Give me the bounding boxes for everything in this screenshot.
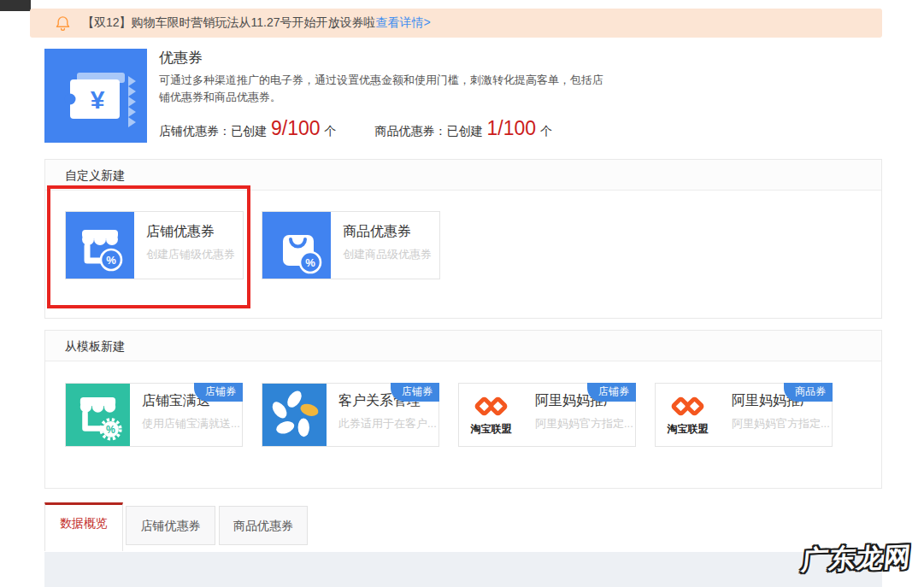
taobao-alliance-logo: 淘宝联盟 (656, 384, 720, 446)
template-create-section: 从模板新建 % 店铺宝满送 使用店铺宝满就送... 店铺券 (44, 330, 882, 489)
template-card-crm[interactable]: 客户关系管理 此券适用于在客户... 店铺券 (262, 383, 439, 447)
storefront-percent-icon: % (66, 212, 134, 279)
watermark: 广东龙网 (800, 539, 914, 578)
tab-content-panel (44, 552, 882, 587)
logo-label: 淘宝联盟 (668, 422, 709, 437)
stat-value: 9/100 (271, 117, 321, 140)
create-item-coupon-card[interactable]: % 商品优惠券 创建商品级优惠券 (262, 211, 440, 279)
svg-text:%: % (106, 424, 115, 436)
coupon-stats: 店铺优惠券：已创建 9/100 个 商品优惠券：已创建 1/100 个 (159, 117, 552, 140)
card-badge: 店铺券 (194, 383, 243, 402)
coupon-admin-page: 【双12】购物车限时营销玩法从11.27号开始开放设券啦 查看详情> ¥ 优惠券… (0, 0, 924, 587)
svg-text:¥: ¥ (91, 85, 105, 114)
shopping-bag-percent-icon: % (262, 212, 331, 279)
logo-label: 淘宝联盟 (471, 422, 512, 437)
card-badge: 商品券 (784, 383, 833, 402)
template-card-alimama-item[interactable]: 淘宝联盟 阿里妈妈推广 阿里妈妈官方指定... 商品券 (655, 383, 833, 447)
card-subtitle: 使用店铺宝满就送... (142, 416, 240, 431)
card-subtitle: 此券适用于在客户... (338, 416, 437, 431)
page-title: 优惠券 (159, 48, 203, 68)
taobao-alliance-logo: 淘宝联盟 (459, 384, 523, 446)
notification-detail-link[interactable]: 查看详情> (376, 15, 431, 31)
card-badge: 店铺券 (391, 383, 439, 402)
template-card-alimama-shop[interactable]: 淘宝联盟 阿里妈妈推广 阿里妈妈官方指定... 店铺券 (458, 383, 636, 447)
card-subtitle: 创建商品级优惠券 (343, 247, 432, 262)
stat-label: 店铺优惠券：已创建 (159, 124, 267, 139)
stat-unit: 个 (325, 124, 337, 139)
custom-create-section: 自定义新建 % 店铺优惠券 创建店铺级优惠券 (44, 159, 882, 319)
shop-coupon-stat: 店铺优惠券：已创建 9/100 个 (159, 117, 337, 140)
custom-section-title: 自定义新建 (45, 160, 881, 191)
svg-text:%: % (305, 256, 315, 269)
storefront-gear-icon: % (66, 384, 130, 446)
corner-artifact (0, 0, 31, 11)
card-title: 商品优惠券 (343, 223, 432, 241)
template-card-shop-bao[interactable]: % 店铺宝满送 使用店铺宝满就送... 店铺券 (65, 383, 243, 447)
notification-bar: 【双12】购物车限时营销玩法从11.27号开始开放设券啦 查看详情> (30, 9, 882, 38)
coupon-ticket-icon: ¥ (44, 49, 147, 143)
card-subtitle: 阿里妈妈官方指定... (732, 416, 830, 431)
notification-text: 【双12】购物车限时营销玩法从11.27号开始开放设券啦 (82, 15, 376, 31)
item-coupon-stat: 商品优惠券：已创建 1/100 个 (375, 117, 553, 140)
svg-text:%: % (106, 254, 116, 267)
tab-item-coupon[interactable]: 商品优惠券 (219, 506, 308, 545)
create-shop-coupon-card[interactable]: % 店铺优惠券 创建店铺级优惠券 (65, 211, 244, 279)
page-description: 可通过多种渠道推广的电子券，通过设置优惠金额和使用门槛，刺激转化提高客单，包括店… (159, 72, 610, 106)
tab-data-overview[interactable]: 数据概览 (44, 502, 123, 551)
stat-label: 商品优惠券：已创建 (375, 124, 483, 139)
tab-shop-coupon[interactable]: 店铺优惠券 (126, 506, 215, 545)
card-badge: 店铺券 (587, 383, 636, 402)
card-subtitle: 创建店铺级优惠券 (146, 247, 235, 262)
bell-icon (55, 15, 71, 32)
template-section-title: 从模板新建 (45, 331, 881, 361)
stat-value: 1/100 (487, 117, 537, 140)
card-title: 店铺优惠券 (146, 223, 235, 241)
pinwheel-icon (262, 384, 327, 446)
card-subtitle: 阿里妈妈官方指定... (535, 416, 633, 431)
stat-unit: 个 (540, 124, 552, 139)
